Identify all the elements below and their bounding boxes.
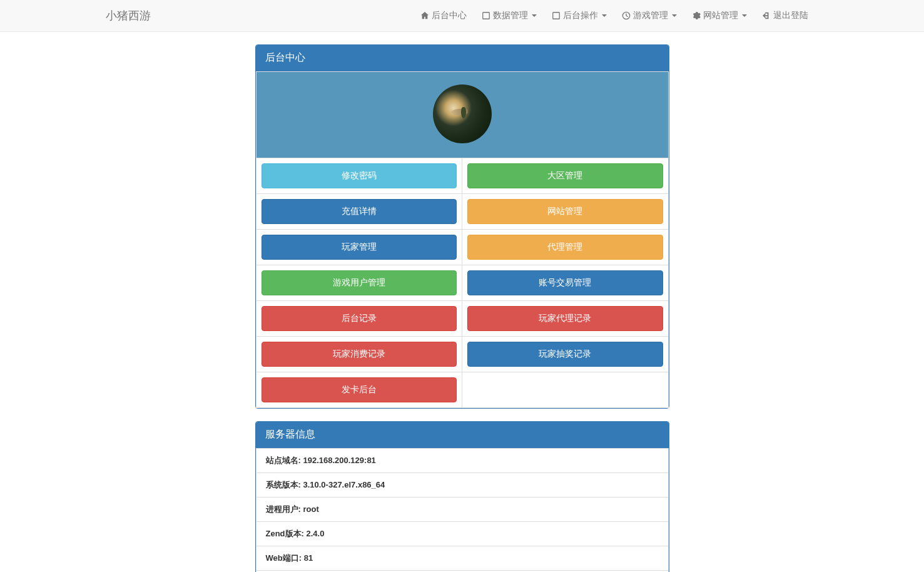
action-button[interactable]: 充值详情: [261, 199, 457, 224]
panel-heading: 服务器信息: [256, 422, 669, 448]
panel-server-info: 服务器信息 站点域名: 192.168.200.129:81系统版本: 3.10…: [255, 421, 669, 572]
unchecked-icon: [482, 11, 490, 20]
chevron-down-icon: [602, 14, 607, 17]
info-label: 系统版本:: [266, 480, 303, 489]
info-value: root: [303, 504, 318, 514]
nav-item-0[interactable]: 后台中心: [413, 1, 474, 31]
time-icon: [622, 11, 631, 20]
action-button[interactable]: 玩家消费记录: [261, 342, 457, 367]
navbar: 小猪西游 后台中心数据管理后台操作游戏管理网站管理退出登陆: [0, 0, 924, 32]
action-button[interactable]: 发卡后台: [261, 377, 457, 402]
server-info-list: 站点域名: 192.168.200.129:81系统版本: 3.10.0-327…: [256, 448, 669, 572]
unchecked-icon: [552, 11, 561, 20]
logout-icon: [762, 11, 771, 20]
server-info-item: 站点域名: 192.168.200.129:81: [256, 448, 669, 473]
button-row: 后台记录玩家代理记录: [256, 301, 668, 337]
svg-rect-1: [552, 13, 559, 19]
action-button[interactable]: 玩家管理: [261, 235, 457, 260]
nav-item-5[interactable]: 退出登陆: [754, 1, 816, 31]
action-button[interactable]: 后台记录: [261, 306, 457, 331]
button-cell: 代理管理: [462, 230, 669, 265]
nav-item-1[interactable]: 数据管理: [474, 1, 544, 31]
action-button[interactable]: 游戏用户管理: [261, 270, 457, 295]
home-icon: [420, 11, 429, 20]
svg-rect-0: [482, 13, 489, 19]
avatar-row: [256, 72, 668, 158]
nav-label: 游戏管理: [633, 10, 668, 21]
action-button[interactable]: 玩家代理记录: [467, 306, 663, 331]
info-label: 进程用户:: [266, 504, 303, 514]
action-button[interactable]: 玩家抽奖记录: [467, 342, 663, 367]
panel-admin-center: 后台中心 修改密码大区管理充值详情网站管理玩家管理代理管理游戏用户管理账号交易管…: [255, 44, 669, 409]
button-row: 玩家消费记录玩家抽奖记录: [256, 337, 668, 372]
nav-label: 后台操作: [563, 10, 598, 21]
info-label: Zend版本:: [266, 529, 307, 538]
chevron-down-icon: [742, 14, 747, 17]
nav-item-3[interactable]: 游戏管理: [614, 1, 684, 31]
action-button[interactable]: 大区管理: [467, 163, 663, 188]
button-cell: 玩家抽奖记录: [462, 337, 669, 372]
nav-label: 后台中心: [432, 10, 467, 21]
action-button[interactable]: 代理管理: [467, 235, 663, 260]
server-info-item: Web端口: 81: [256, 546, 669, 571]
button-row: 游戏用户管理账号交易管理: [256, 265, 668, 301]
button-row: 修改密码大区管理: [256, 158, 668, 194]
nav-label: 数据管理: [493, 10, 528, 21]
info-value: 192.168.200.129:81: [303, 456, 375, 465]
chevron-down-icon: [672, 14, 677, 17]
nav-label: 网站管理: [703, 10, 738, 21]
action-button[interactable]: 修改密码: [261, 163, 457, 188]
panel-heading: 后台中心: [256, 45, 669, 71]
button-table: 修改密码大区管理充值详情网站管理玩家管理代理管理游戏用户管理账号交易管理后台记录…: [256, 71, 669, 408]
button-cell: 账号交易管理: [462, 265, 669, 301]
button-cell: 发卡后台: [256, 372, 462, 408]
button-cell: 玩家管理: [256, 230, 462, 265]
button-row: 充值详情网站管理: [256, 194, 668, 230]
button-cell: 游戏用户管理: [256, 265, 462, 301]
nav-list: 后台中心数据管理后台操作游戏管理网站管理退出登陆: [413, 1, 816, 31]
button-cell: [462, 372, 669, 408]
info-value: 81: [304, 553, 313, 563]
action-button[interactable]: 网站管理: [467, 199, 663, 224]
cog-icon: [692, 11, 701, 20]
button-row: 发卡后台: [256, 372, 668, 408]
info-label: Web端口:: [266, 553, 304, 563]
action-button[interactable]: 账号交易管理: [467, 270, 663, 295]
button-cell: 玩家消费记录: [256, 337, 462, 372]
chevron-down-icon: [532, 14, 537, 17]
nav-label: 退出登陆: [773, 10, 808, 21]
button-cell: 大区管理: [462, 158, 669, 194]
button-row: 玩家管理代理管理: [256, 230, 668, 265]
info-value: 3.10.0-327.el7.x86_64: [303, 480, 385, 489]
server-info-item: 系统版本: 3.10.0-327.el7.x86_64: [256, 473, 669, 498]
avatar-image: [433, 84, 492, 143]
info-label: 站点域名:: [266, 456, 303, 465]
brand[interactable]: 小猪西游: [96, 0, 160, 33]
button-cell: 修改密码: [256, 158, 462, 194]
button-cell: 网站管理: [462, 194, 669, 230]
nav-item-4[interactable]: 网站管理: [684, 1, 754, 31]
server-info-item: Zend版本: 2.4.0: [256, 522, 669, 546]
button-cell: 充值详情: [256, 194, 462, 230]
button-cell: 玩家代理记录: [462, 301, 669, 337]
button-cell: 后台记录: [256, 301, 462, 337]
server-info-item: 进程用户: root: [256, 498, 669, 522]
info-value: 2.4.0: [307, 529, 325, 538]
nav-item-2[interactable]: 后台操作: [544, 1, 614, 31]
